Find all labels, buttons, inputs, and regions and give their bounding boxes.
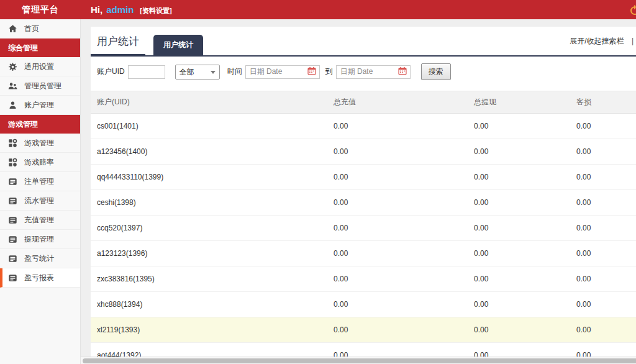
- table-row: xl2119(1393)0.000.000.00: [91, 317, 636, 343]
- sidebar-item[interactable]: 管理员管理: [0, 76, 80, 96]
- search-toggle-area: 展开/收起搜索栏 |: [570, 36, 634, 47]
- cell-customer-loss: 0.00: [570, 317, 636, 343]
- table-row: xhc888(1394)0.000.000.00: [91, 292, 636, 317]
- toggle-searchbar-link[interactable]: 展开/收起搜索栏: [570, 37, 624, 45]
- sidebar-item[interactable]: 盈亏统计: [0, 249, 80, 268]
- logout-icon[interactable]: [629, 4, 636, 16]
- sidebar-item-label: 流水管理: [24, 196, 54, 206]
- table-header-cell: 客损: [570, 91, 636, 114]
- sidebar-item[interactable]: 注单管理: [0, 172, 80, 191]
- tab-user-statistics[interactable]: 用户统计: [153, 35, 203, 55]
- cell-total-withdraw: 0.00: [468, 266, 570, 292]
- profile-settings-link[interactable]: [资料设置]: [140, 6, 171, 16]
- sidebar-item-label: 通用设置: [24, 61, 54, 72]
- cell-account-uid: a123456(1400): [91, 139, 327, 165]
- sidebar-nav: 首页综合管理通用设置管理员管理账户管理游戏管理游戏管理游戏赔率注单管理流水管理充…: [0, 19, 81, 364]
- greeting-prefix: Hi,: [91, 4, 102, 15]
- table-header-cell: 总充值: [327, 91, 468, 114]
- report-icon: [8, 234, 18, 244]
- sidebar-item-label: 管理员管理: [24, 81, 61, 91]
- cell-account-uid: cs001(1401): [91, 114, 327, 139]
- sidebar-item-label: 账户管理: [24, 100, 54, 111]
- cell-account-uid: xl2119(1393): [91, 317, 327, 343]
- user-icon: [8, 100, 18, 110]
- cell-total-withdraw: 0.00: [468, 114, 570, 139]
- uid-label: 账户UID: [97, 66, 125, 77]
- calendar-icon[interactable]: [307, 66, 316, 78]
- home-icon: [8, 24, 18, 34]
- cell-account-uid: zxc383816(1395): [91, 266, 327, 292]
- cell-customer-loss: 0.00: [570, 165, 636, 190]
- cell-customer-loss: 0.00: [570, 114, 636, 139]
- table-row: a123123(1396)0.000.000.00: [91, 241, 636, 266]
- main-area: 展开/收起搜索栏 | 用户统计 用户统计 账户UID 全部 时间 日期 Date: [81, 19, 636, 364]
- table-row: ccq520(1397)0.000.000.00: [91, 216, 636, 241]
- sidebar-item-label: 盈亏报表: [24, 273, 54, 283]
- cell-account-uid: a123123(1396): [91, 241, 327, 266]
- cell-total-recharge: 0.00: [327, 216, 468, 241]
- table-header-cell: 总提现: [468, 91, 570, 114]
- top-bar: 管理平台 Hi, admin [资料设置]: [0, 0, 636, 19]
- sidebar-item-label: 游戏赔率: [24, 157, 54, 168]
- sidebar-item[interactable]: 通用设置: [0, 57, 80, 76]
- sidebar-item-label: 游戏管理: [24, 138, 54, 148]
- games-grid-icon: [8, 138, 18, 148]
- sidebar-item-label: 注单管理: [24, 176, 54, 187]
- cell-total-withdraw: 0.00: [468, 165, 570, 190]
- sidebar-item[interactable]: 盈亏报表: [0, 268, 80, 288]
- tab-bar: 用户统计 用户统计: [91, 27, 636, 57]
- scrollbar-thumb[interactable]: [83, 358, 636, 363]
- cell-customer-loss: 0.00: [570, 292, 636, 317]
- uid-input[interactable]: [128, 65, 165, 79]
- type-select[interactable]: 全部: [175, 65, 220, 80]
- table-header-cell: 账户(UID): [91, 91, 327, 114]
- sidebar-section[interactable]: 综合管理: [0, 39, 80, 57]
- report-icon: [8, 273, 18, 283]
- sidebar-item[interactable]: 游戏管理: [0, 134, 80, 153]
- table-row: a123456(1400)0.000.000.00: [91, 139, 636, 165]
- table-row: ceshi(1398)0.000.000.00: [91, 190, 636, 216]
- app-title: 管理平台: [0, 4, 81, 16]
- sidebar-item-label: 盈亏统计: [24, 253, 54, 264]
- cell-total-withdraw: 0.00: [468, 190, 570, 216]
- sidebar-item-label: 充值管理: [24, 215, 54, 225]
- sidebar-item[interactable]: 提现管理: [0, 230, 80, 249]
- sidebar-section[interactable]: 游戏管理: [0, 115, 80, 134]
- sidebar-item[interactable]: 充值管理: [0, 211, 80, 230]
- cell-customer-loss: 0.00: [570, 266, 636, 292]
- sidebar-item[interactable]: 流水管理: [0, 191, 80, 211]
- sidebar-item-label: 提现管理: [24, 234, 54, 245]
- cell-total-recharge: 0.00: [327, 266, 468, 292]
- to-label: 到: [325, 66, 333, 77]
- report-icon: [8, 253, 18, 263]
- games-grid-icon: [8, 157, 18, 167]
- admins-icon: [8, 81, 18, 91]
- page-title: 用户统计: [91, 30, 145, 57]
- sidebar-item[interactable]: 游戏赔率: [0, 153, 80, 172]
- date-to-input[interactable]: 日期 Date: [336, 65, 411, 79]
- username: admin: [106, 4, 134, 15]
- cell-total-recharge: 0.00: [327, 165, 468, 190]
- cell-total-withdraw: 0.00: [468, 139, 570, 165]
- calendar-icon[interactable]: [398, 66, 407, 78]
- sidebar-item[interactable]: 首页: [0, 19, 80, 39]
- cell-total-recharge: 0.00: [327, 139, 468, 165]
- cell-customer-loss: 0.00: [570, 190, 636, 216]
- horizontal-scrollbar[interactable]: [81, 357, 636, 364]
- sidebar-item[interactable]: 账户管理: [0, 96, 80, 115]
- type-select-wrap: 全部: [175, 65, 220, 80]
- toolbar-separator: |: [632, 37, 634, 45]
- report-icon: [8, 196, 18, 206]
- date-to-placeholder: 日期 Date: [340, 66, 398, 77]
- user-greeting: Hi, admin [资料设置]: [91, 4, 172, 16]
- search-button[interactable]: 搜索: [421, 63, 451, 80]
- cell-account-uid: qq444433110(1399): [91, 165, 327, 190]
- date-from-input[interactable]: 日期 Date: [245, 65, 320, 79]
- cell-total-recharge: 0.00: [327, 292, 468, 317]
- table-header-row: 账户(UID)总充值总提现客损: [91, 91, 636, 114]
- cell-total-recharge: 0.00: [327, 241, 468, 266]
- search-filter-bar: 账户UID 全部 时间 日期 Date: [91, 57, 636, 88]
- cell-total-recharge: 0.00: [327, 114, 468, 139]
- cell-account-uid: xhc888(1394): [91, 292, 327, 317]
- cell-total-withdraw: 0.00: [468, 317, 570, 343]
